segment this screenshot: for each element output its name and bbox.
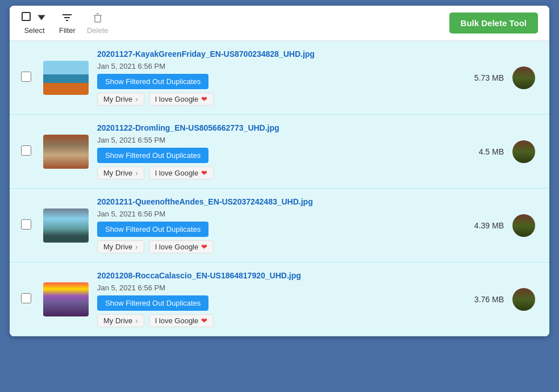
row-checkbox-3[interactable] [21,219,35,232]
tag-label-2: I love Google [155,95,199,103]
table-row: 20201127-KayakGreenFriday_EN-US870023482… [10,41,549,115]
main-container: Select Filter Delete Bulk Delete Tool [10,6,549,336]
row-checkbox-1[interactable] [21,72,35,84]
tag-label-1: My Drive [103,95,132,103]
tag-ilovegoogle-4: I love Google ❤ [149,314,214,327]
file-info-4: 20201208-RoccaCalascio_EN-US1864817920_U… [97,271,450,327]
avatar-image-1 [512,66,535,89]
tags-row-2: My Drive › I love Google ❤ [97,166,450,180]
thumbnail-image-3 [43,208,89,243]
checkbox-input-4[interactable] [21,293,31,303]
avatar-image-2 [512,140,535,163]
delete-icon [91,11,104,24]
file-name-4[interactable]: 20201208-RoccaCalascio_EN-US1864817920_U… [97,271,450,280]
svg-marker-1 [37,15,45,20]
svg-rect-0 [22,12,30,20]
row-checkbox-4[interactable] [21,293,35,306]
tag-ilovegoogle-3: I love Google ❤ [149,240,214,253]
file-name-2[interactable]: 20201122-Dromling_EN-US8056662773_UHD.jp… [97,123,450,132]
thumbnail-image-1 [43,61,89,95]
file-date-4: Jan 5, 2021 6:56 PM [97,283,450,292]
avatar-1 [512,66,538,89]
tag-arrow-3: › [135,243,137,251]
file-size-3: 4.39 MB [458,221,504,230]
delete-tool[interactable]: Delete [87,11,109,35]
bulk-delete-button[interactable]: Bulk Delete Tool [449,12,538,34]
show-duplicates-button-1[interactable]: Show Filtered Out Duplicates [97,74,208,89]
checkbox-input-3[interactable] [21,219,31,230]
tag-mydrive-4: My Drive › [97,314,144,327]
thumbnail-2 [43,135,89,169]
delete-label: Delete [87,26,109,35]
tag-arrow-2: › [135,169,137,177]
avatar-2 [512,140,538,163]
file-size-2: 4.5 MB [458,147,504,156]
show-duplicates-button-2[interactable]: Show Filtered Out Duplicates [97,148,208,163]
table-row: 20201122-Dromling_EN-US8056662773_UHD.jp… [10,115,549,189]
file-date-2: Jan 5, 2021 6:55 PM [97,136,450,144]
select-icon [21,11,48,24]
avatar-3 [512,214,538,237]
filter-icon [61,11,73,24]
tags-row-4: My Drive › I love Google ❤ [97,314,450,327]
file-info-3: 20201211-QueenoftheAndes_EN-US2037242483… [97,197,450,253]
checkbox-input-2[interactable] [21,145,31,156]
tags-row-1: My Drive › I love Google ❤ [97,93,450,106]
tag-mydrive-3: My Drive › [97,240,144,253]
thumbnail-3 [43,208,89,243]
table-row: 20201208-RoccaCalascio_EN-US1864817920_U… [10,262,549,336]
tag-arrow-1: › [135,95,137,103]
show-duplicates-button-3[interactable]: Show Filtered Out Duplicates [97,222,208,237]
tag-label-6: I love Google [155,243,199,251]
avatar-image-3 [512,214,535,237]
file-size-1: 5.73 MB [458,73,504,82]
file-date-1: Jan 5, 2021 6:56 PM [97,62,450,70]
tag-label-4: I love Google [155,169,199,177]
heart-icon-4: ❤ [201,316,207,325]
select-tool[interactable]: Select [21,11,48,35]
file-name-1[interactable]: 20201127-KayakGreenFriday_EN-US870023482… [97,49,450,59]
table-row: 20201211-QueenoftheAndes_EN-US2037242483… [10,189,549,262]
thumbnail-image-4 [43,282,89,316]
file-size-4: 3.76 MB [458,295,504,304]
heart-icon-1: ❤ [201,95,207,103]
select-label: Select [24,26,44,35]
thumbnail-1 [43,61,89,95]
toolbar: Select Filter Delete Bulk Delete Tool [10,6,549,41]
tag-label-8: I love Google [155,316,199,325]
file-list: 20201127-KayakGreenFriday_EN-US870023482… [10,41,549,336]
tag-mydrive-1: My Drive › [97,93,144,106]
tag-mydrive-2: My Drive › [97,166,144,180]
avatar-image-4 [512,288,535,311]
row-checkbox-2[interactable] [21,145,35,158]
heart-icon-3: ❤ [201,243,207,251]
tag-label-3: My Drive [103,169,132,177]
file-name-3[interactable]: 20201211-QueenoftheAndes_EN-US2037242483… [97,197,450,206]
filter-tool[interactable]: Filter [59,11,76,35]
tags-row-3: My Drive › I love Google ❤ [97,240,450,253]
file-info-1: 20201127-KayakGreenFriday_EN-US870023482… [97,49,450,106]
tag-label-5: My Drive [103,243,132,251]
tag-ilovegoogle-2: I love Google ❤ [149,166,214,180]
tag-label-7: My Drive [103,316,132,325]
avatar-4 [512,288,538,311]
filter-label: Filter [59,26,76,35]
svg-rect-5 [95,15,101,22]
file-info-2: 20201122-Dromling_EN-US8056662773_UHD.jp… [97,123,450,180]
thumbnail-image-2 [43,135,89,169]
thumbnail-4 [43,282,89,316]
tag-arrow-4: › [135,316,137,325]
file-date-3: Jan 5, 2021 6:56 PM [97,210,450,218]
show-duplicates-button-4[interactable]: Show Filtered Out Duplicates [97,295,208,311]
tag-ilovegoogle-1: I love Google ❤ [149,93,214,106]
heart-icon-2: ❤ [201,169,207,177]
checkbox-input-1[interactable] [21,72,31,82]
